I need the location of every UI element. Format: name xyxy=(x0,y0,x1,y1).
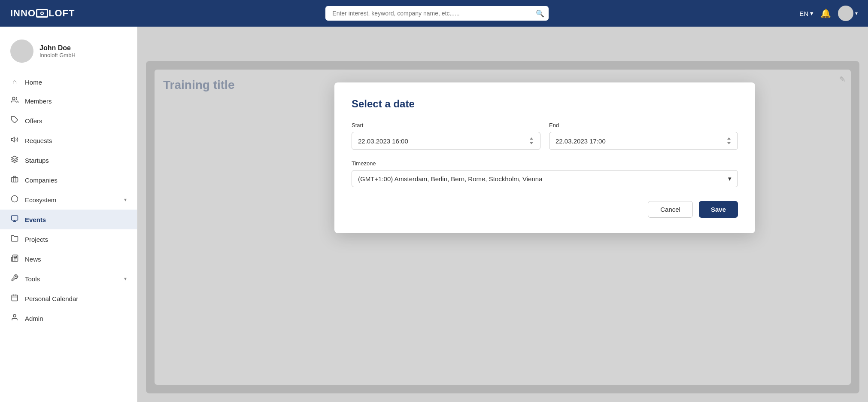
logo-icon xyxy=(36,9,48,18)
end-label: End xyxy=(549,122,738,128)
profile-name: John Doe xyxy=(39,44,76,52)
avatar-chevron-icon[interactable]: ▾ xyxy=(855,10,858,16)
offers-icon xyxy=(10,116,19,125)
sidebar: John Doe Innoloft GmbH ⌂ Home Members Of… xyxy=(0,27,137,402)
tools-icon xyxy=(10,274,19,283)
start-spinner-icon xyxy=(529,137,534,145)
chevron-down-icon: ▾ xyxy=(728,175,731,183)
sidebar-item-label: Requests xyxy=(25,137,52,144)
sidebar-item-members[interactable]: Members xyxy=(0,91,137,111)
logo-text-loft: LOFT xyxy=(49,8,75,19)
sidebar-navigation: ⌂ Home Members Offers Requests xyxy=(0,73,137,328)
sidebar-item-tools[interactable]: Tools ▾ xyxy=(0,269,137,289)
start-label: Start xyxy=(352,122,540,128)
calendar-icon xyxy=(10,294,19,303)
sidebar-item-events[interactable]: Events xyxy=(0,210,137,229)
app-header: INNO LOFT 🔍 EN ▾ 🔔 ▾ xyxy=(0,0,868,27)
start-date-value: 22.03.2023 16:00 xyxy=(358,137,408,145)
modal-actions: Cancel Save xyxy=(352,201,738,218)
sidebar-item-offers[interactable]: Offers xyxy=(0,111,137,131)
sidebar-item-label: Startups xyxy=(25,157,49,164)
sidebar-item-ecosystem[interactable]: Ecosystem ▾ xyxy=(0,190,137,210)
sidebar-item-label: Events xyxy=(25,216,46,223)
sidebar-item-admin[interactable]: Admin xyxy=(0,308,137,328)
sidebar-item-label: Projects xyxy=(25,236,48,243)
sidebar-item-label: Offers xyxy=(25,117,42,125)
sidebar-item-label: Companies xyxy=(25,177,58,184)
language-selector[interactable]: EN ▾ xyxy=(799,9,813,17)
language-label: EN xyxy=(799,10,808,17)
search-button[interactable]: 🔍 xyxy=(536,9,544,18)
logo-text-inno: INNO xyxy=(10,8,36,19)
events-icon xyxy=(10,215,19,224)
timezone-value: (GMT+1:00) Amsterdam, Berlin, Bern, Rome… xyxy=(358,175,542,183)
modal-overlay: Select a date Start 22.03.2023 16:00 End xyxy=(137,27,868,402)
end-spinner-icon xyxy=(726,137,731,145)
sidebar-item-startups[interactable]: Startups xyxy=(0,150,137,170)
sidebar-item-label: Admin xyxy=(25,315,43,322)
sidebar-item-label: Home xyxy=(25,79,42,86)
svg-rect-3 xyxy=(12,177,18,182)
search-bar: 🔍 xyxy=(325,6,549,21)
sidebar-item-label: Ecosystem xyxy=(25,196,56,204)
sidebar-item-news[interactable]: News xyxy=(0,249,137,269)
svg-point-12 xyxy=(13,314,16,317)
startups-icon xyxy=(10,155,19,165)
date-row: Start 22.03.2023 16:00 End 22.03.2023 17… xyxy=(352,122,738,150)
sidebar-item-home[interactable]: ⌂ Home xyxy=(0,73,137,91)
sidebar-item-projects[interactable]: Projects xyxy=(0,229,137,249)
admin-icon xyxy=(10,314,19,323)
sidebar-item-requests[interactable]: Requests xyxy=(0,131,137,150)
sidebar-item-label: Tools xyxy=(25,275,40,283)
search-input[interactable] xyxy=(325,6,549,21)
end-date-value: 22.03.2023 17:00 xyxy=(555,137,606,145)
profile-company: Innoloft GmbH xyxy=(39,52,76,58)
svg-point-0 xyxy=(12,97,15,100)
companies-icon xyxy=(10,175,19,185)
chevron-down-icon: ▾ xyxy=(124,197,127,203)
user-profile: John Doe Innoloft GmbH xyxy=(0,35,137,73)
sidebar-item-label: Personal Calendar xyxy=(25,295,78,302)
sidebar-item-label: News xyxy=(25,256,41,263)
home-icon: ⌂ xyxy=(10,78,19,86)
end-date-input[interactable]: 22.03.2023 17:00 xyxy=(549,132,738,150)
chevron-down-icon: ▾ xyxy=(124,276,127,282)
profile-info: John Doe Innoloft GmbH xyxy=(39,44,76,58)
language-chevron-icon: ▾ xyxy=(810,9,813,17)
news-icon xyxy=(10,254,19,264)
svg-point-4 xyxy=(12,196,18,202)
avatar[interactable] xyxy=(838,6,853,21)
modal-title: Select a date xyxy=(352,98,738,110)
save-button[interactable]: Save xyxy=(699,201,738,218)
date-picker-modal: Select a date Start 22.03.2023 16:00 End xyxy=(334,82,755,233)
header-controls: EN ▾ 🔔 ▾ xyxy=(799,6,858,21)
ecosystem-icon xyxy=(10,195,19,204)
sidebar-item-personal-calendar[interactable]: Personal Calendar xyxy=(0,289,137,308)
timezone-label: Timezone xyxy=(352,160,738,167)
requests-icon xyxy=(10,136,19,145)
start-date-input[interactable]: 22.03.2023 16:00 xyxy=(352,132,540,150)
timezone-select[interactable]: (GMT+1:00) Amsterdam, Berlin, Bern, Rome… xyxy=(352,170,738,187)
sidebar-item-label: Members xyxy=(25,97,52,105)
svg-rect-8 xyxy=(12,295,18,301)
avatar xyxy=(10,40,33,63)
members-icon xyxy=(10,96,19,106)
cancel-button[interactable]: Cancel xyxy=(648,201,693,218)
sidebar-item-companies[interactable]: Companies xyxy=(0,170,137,190)
projects-icon xyxy=(10,234,19,244)
svg-marker-2 xyxy=(12,137,15,142)
main-content: Training title ✎ Select a date Start 22.… xyxy=(137,27,868,402)
notifications-bell-icon[interactable]: 🔔 xyxy=(820,8,831,18)
logo: INNO LOFT xyxy=(10,8,75,19)
timezone-field: Timezone (GMT+1:00) Amsterdam, Berlin, B… xyxy=(352,160,738,187)
start-date-field: Start 22.03.2023 16:00 xyxy=(352,122,540,150)
svg-rect-5 xyxy=(12,216,18,220)
end-date-field: End 22.03.2023 17:00 xyxy=(549,122,738,150)
